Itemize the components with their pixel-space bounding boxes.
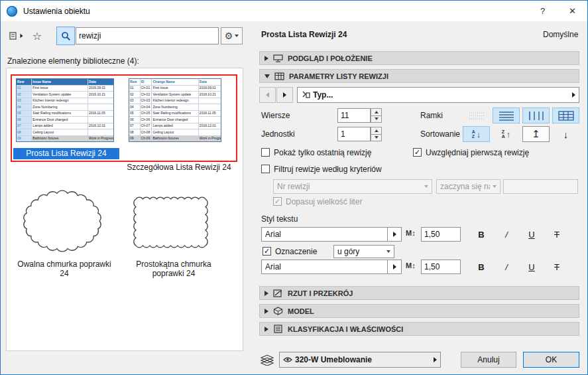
frame-vertical-icon <box>528 111 544 121</box>
section-plan-section[interactable]: RZUT I PRZEKRÓJ <box>259 286 579 300</box>
marker-size-input[interactable] <box>421 260 461 274</box>
sorting-label: Sortowanie <box>420 129 460 139</box>
primary-font-dropdown[interactable]: Arial <box>261 227 402 242</box>
filter-operator-dropdown[interactable]: zaczyna się na <box>436 179 500 194</box>
underline-button[interactable]: U <box>521 227 542 242</box>
stepper-up-button[interactable] <box>371 108 382 116</box>
layer-selector-dropdown[interactable]: 320-W Umeblowanie <box>279 352 441 368</box>
chevron-right-icon <box>20 34 23 38</box>
search-mode-button[interactable] <box>56 27 75 45</box>
units-label: Jednostki <box>261 129 295 139</box>
sort-newest-bottom-button[interactable]: ↓ <box>552 126 579 142</box>
gear-icon: ⚙ <box>225 31 233 41</box>
text-style-label: Styl tekstu <box>261 214 298 224</box>
rows-input[interactable] <box>337 108 371 123</box>
library-item-label-rect-cloud[interactable]: Prostokątna chmurka poprawki 24 <box>124 260 223 278</box>
library-item-thumbnail-rect-cloud[interactable] <box>129 193 212 253</box>
strikethrough-button[interactable]: T <box>546 227 567 242</box>
marker-position-value: u góry <box>337 247 384 256</box>
show-last-revision-label: Pokaż tylko ostatnią rewizję <box>274 148 371 157</box>
next-type-button[interactable] <box>276 87 293 103</box>
units-stepper[interactable] <box>371 127 382 141</box>
library-item-thumbnail-detailed-list[interactable]: RewIDChange NameData01Ch-01First Issue20… <box>129 78 221 142</box>
library-items-list: RewIssue NameData01First Issue2016.09.01… <box>6 68 243 351</box>
marker-position-dropdown[interactable]: u góry <box>333 245 394 258</box>
font-list-button[interactable] <box>387 260 401 273</box>
section-model[interactable]: MODEL <box>259 304 579 318</box>
filter-operator-value: zaczyna się na <box>440 182 490 191</box>
library-item-label-simple-list[interactable]: Prosta Lista Rewizji 24 <box>13 148 119 159</box>
check-icon: ✓ <box>264 248 270 255</box>
selected-object-title: Prosta Lista Rewizji 24 <box>261 30 347 39</box>
arrow-up-from-bar-icon: ↥ <box>532 128 540 140</box>
frame-style-horizontal-button[interactable] <box>493 108 520 123</box>
italic-button[interactable]: / <box>496 260 517 274</box>
type-selector-dropdown[interactable]: Typ... <box>297 87 579 103</box>
section-label: MODEL <box>288 307 314 315</box>
eye-icon <box>283 356 292 363</box>
sort-za-icon: ZA <box>502 129 505 139</box>
include-first-revision-checkbox[interactable]: ✓ <box>413 148 422 157</box>
include-first-revision-label: Uwzględniaj pierwszą rewizję <box>426 148 529 157</box>
stepper-down-button[interactable] <box>371 135 382 142</box>
help-button[interactable]: ? <box>528 1 558 21</box>
text-height-icon: M↕ <box>406 229 416 237</box>
bold-button[interactable]: B <box>471 260 492 274</box>
filter-field-dropdown[interactable]: Nr rewizji <box>273 179 432 194</box>
sort-newest-top-button[interactable]: ↥ <box>522 126 550 142</box>
filter-revisions-checkbox[interactable] <box>261 165 270 173</box>
search-settings-button[interactable]: ⚙ <box>221 27 243 44</box>
frame-none-icon <box>469 111 485 121</box>
font-list-button[interactable] <box>387 228 401 241</box>
frame-style-grid-button[interactable] <box>552 108 579 123</box>
marker-checkbox[interactable]: ✓ <box>263 247 271 256</box>
library-item-label-oval-cloud[interactable]: Owalna chmurka poprawki 24 <box>15 260 114 278</box>
collapsed-arrow-icon <box>265 291 268 296</box>
close-button[interactable]: ✕ <box>558 1 587 21</box>
italic-button[interactable]: / <box>496 227 517 242</box>
section-revision-list-params[interactable]: PARAMETRY LISTY REWIZJI <box>259 69 579 83</box>
frame-style-vertical-button[interactable] <box>522 108 550 123</box>
strikethrough-button[interactable]: T <box>546 260 567 274</box>
classification-icon <box>273 325 283 333</box>
show-last-revision-checkbox[interactable] <box>261 148 270 157</box>
check-icon: ✓ <box>414 149 420 156</box>
defaults-label[interactable]: Domyślne <box>543 30 578 39</box>
marker-font-dropdown[interactable]: Arial <box>261 260 402 274</box>
arrow-up-icon <box>375 129 379 132</box>
arrow-left-icon <box>266 92 269 98</box>
primary-size-input[interactable] <box>421 227 461 242</box>
model-icon <box>273 307 283 315</box>
filter-value-input[interactable] <box>503 179 578 194</box>
cancel-button[interactable]: Anuluj <box>461 352 516 368</box>
section-label: PARAMETRY LISTY REWIZJI <box>289 72 388 80</box>
window-title: Ustawienia obiektu <box>23 7 90 16</box>
search-icon <box>61 31 71 41</box>
object-settings-dialog: Ustawienia obiektu ? ✕ ☆ ⚙ Znalezione el… <box>0 0 588 375</box>
frame-style-none-button[interactable] <box>463 108 490 123</box>
marker-label: Oznaczenie <box>275 247 317 256</box>
underline-button[interactable]: U <box>521 260 542 274</box>
app-icon <box>7 6 17 17</box>
library-view-button[interactable] <box>6 27 26 44</box>
library-item-label-detailed-list[interactable]: Szczegółowa Lista Rewizji 24 <box>121 163 237 172</box>
library-item-thumbnail-oval-cloud[interactable] <box>21 188 104 254</box>
units-input[interactable] <box>337 127 371 141</box>
sort-descending-button[interactable]: ZA ↑ <box>493 126 520 142</box>
library-item-thumbnail-simple-list[interactable]: RewIssue NameData01First Issue2016.09.01… <box>16 78 114 142</box>
favorites-button[interactable]: ☆ <box>29 27 46 44</box>
text-height-icon: M↕ <box>406 262 416 269</box>
section-preview-position[interactable]: PODGLĄD I POŁOŻENIE <box>259 51 579 65</box>
section-classification[interactable]: KLASYFIKACJA I WŁAŚCIWOŚCI <box>259 322 579 336</box>
ok-button[interactable]: OK <box>523 352 579 368</box>
search-input[interactable] <box>76 27 219 44</box>
title-bar: Ustawienia obiektu ? ✕ <box>1 1 587 21</box>
stepper-down-button[interactable] <box>371 116 382 123</box>
match-case-checkbox[interactable]: ✓ <box>273 197 282 206</box>
chevron-down-icon <box>386 250 390 253</box>
stepper-up-button[interactable] <box>371 127 382 135</box>
sort-ascending-button[interactable]: AZ ↓ <box>463 126 490 142</box>
rows-stepper[interactable] <box>371 108 382 123</box>
bold-button[interactable]: B <box>471 227 492 242</box>
previous-type-button[interactable] <box>259 87 276 103</box>
